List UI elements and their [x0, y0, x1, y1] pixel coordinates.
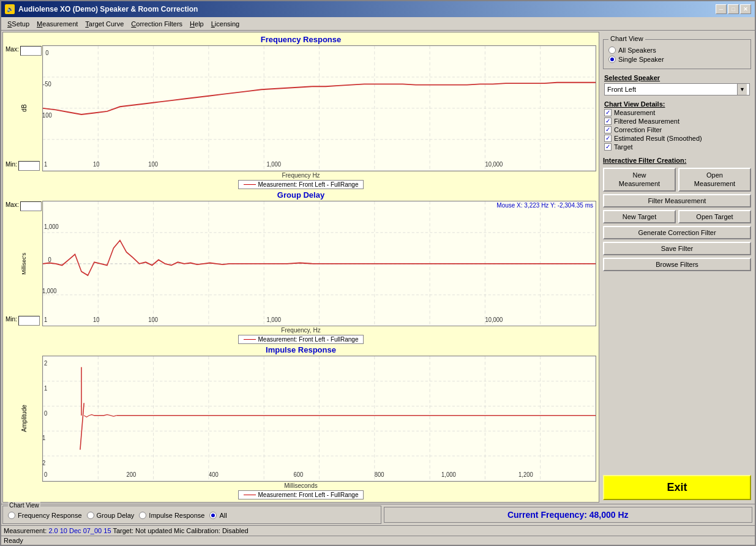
freq-min-input[interactable]	[18, 161, 40, 171]
bottom-radio-gd-row: Group Delay	[87, 512, 135, 519]
speaker-dropdown[interactable]: Front Left ▼	[604, 83, 750, 95]
ir-x-label: Milliseconds	[6, 482, 596, 489]
group-delay-chart: 1,000 0 -1,000 1 10 100 1,000 10,000	[42, 201, 596, 327]
bottom-radio-freq-row: Frequency Response	[8, 512, 82, 519]
freq-y-label: dB	[6, 56, 42, 160]
filter-measurement-button[interactable]: Filter Measurement	[603, 194, 751, 208]
svg-text:1,200: 1,200	[518, 471, 533, 479]
freq-max-input[interactable]	[20, 46, 42, 56]
bottom-radio-all-label: All	[219, 512, 226, 519]
svg-text:10,000: 10,000	[485, 315, 503, 323]
svg-text:0: 0	[45, 48, 48, 56]
bottom-radio-gd[interactable]	[87, 512, 94, 519]
new-target-button[interactable]: New Target	[603, 210, 676, 223]
ready-bar: Ready	[1, 536, 755, 545]
close-button[interactable]: ✕	[740, 4, 751, 14]
radio-single-speaker-dot	[610, 58, 614, 61]
svg-text:100: 100	[148, 160, 158, 168]
radio-single-speaker[interactable]	[608, 56, 616, 63]
chart-view-group-title: Chart View	[608, 35, 645, 42]
svg-text:200: 200	[127, 471, 137, 479]
menu-target-curve[interactable]: Target Curve	[81, 19, 127, 29]
svg-text:0: 0	[48, 255, 51, 263]
maximize-button[interactable]: □	[728, 4, 739, 14]
gd-legend: Measurement: Front Left - FullRange	[238, 335, 364, 344]
cb-filtered-row: ✓ Filtered Measurement	[604, 118, 750, 125]
svg-text:600: 600	[294, 471, 304, 479]
cb-filtered-label: Filtered Measurement	[614, 118, 679, 125]
minimize-button[interactable]: ─	[716, 4, 727, 14]
bottom-chart-view-group: Chart View Frequency Response Group Dela…	[2, 506, 381, 524]
menu-help[interactable]: Help	[186, 19, 208, 29]
menu-licensing[interactable]: Licensing	[208, 19, 243, 29]
radio-all-speakers[interactable]	[608, 47, 616, 54]
charts-area: Frequency Response Max: dB Min:	[2, 32, 599, 503]
selected-speaker-title: Selected Speaker	[604, 74, 750, 81]
svg-text:-1: -1	[43, 434, 45, 442]
speaker-dropdown-value: Front Left	[607, 86, 636, 93]
open-target-button[interactable]: Open Target	[678, 210, 751, 223]
menu-measurement[interactable]: Measurement	[33, 19, 81, 29]
open-measurement-button[interactable]: Open Measurement	[678, 168, 751, 192]
bottom-radio-gd-label: Group Delay	[97, 512, 135, 519]
svg-text:1: 1	[44, 315, 47, 323]
new-open-target-row: New Target Open Target	[603, 210, 751, 223]
dropdown-arrow-icon[interactable]: ▼	[737, 84, 747, 95]
svg-text:1: 1	[44, 384, 47, 392]
svg-text:1: 1	[44, 160, 47, 168]
cb-target-row: ✓ Target	[604, 143, 750, 151]
generate-correction-filter-button[interactable]: Generate Correction Filter	[603, 226, 751, 239]
gd-min-input[interactable]	[18, 316, 40, 326]
svg-line-78	[80, 403, 84, 450]
cb-estimated[interactable]: ✓	[604, 135, 612, 142]
chart-view-details-title: Chart View Details:	[604, 100, 750, 108]
gd-max-input[interactable]	[20, 201, 42, 211]
chart-view-details-section: Chart View Details: ✓ Measurement ✓ Filt…	[603, 98, 751, 152]
menu-correction-filters[interactable]: Correction Filters	[127, 19, 186, 29]
status-text: Measurement:	[4, 527, 47, 534]
bottom-chart-view-label: Chart View	[8, 502, 40, 509]
impulse-response-chart: 2 1 0 -1 -2 0 200 400 600 800 1,000	[42, 356, 596, 482]
radio-all-speakers-row: All Speakers	[608, 47, 746, 54]
bottom-radio-all[interactable]	[209, 512, 217, 519]
bottom-radio-ir[interactable]	[139, 512, 146, 519]
title-bar-title: 🔊 Audiolense XO (Demo) Speaker & Room Co…	[5, 4, 198, 14]
impulse-response-title: Impulse Response	[6, 345, 596, 354]
freq-min-label: Min:	[6, 161, 17, 168]
cb-measurement[interactable]: ✓	[604, 109, 612, 116]
save-filter-button[interactable]: Save Filter	[603, 242, 751, 255]
gd-x-label: Frequency, Hz	[6, 327, 596, 334]
cb-target[interactable]: ✓	[604, 143, 612, 151]
freq-max-area: Max:	[6, 46, 42, 56]
freq-x-label: Frequency Hz	[6, 172, 596, 179]
freq-min-area: Min:	[6, 161, 42, 171]
svg-text:-1,000: -1,000	[43, 286, 57, 294]
browse-filters-button[interactable]: Browse Filters	[603, 258, 751, 271]
cb-correction[interactable]: ✓	[604, 126, 612, 133]
menu-setup[interactable]: SSetup	[4, 19, 33, 29]
ir-footer: Measurement: Front Left - FullRange	[6, 490, 596, 499]
freq-legend-text: Measurement: Front Left - FullRange	[258, 181, 359, 188]
bottom-section: Chart View Frequency Response Group Dela…	[2, 506, 754, 524]
cb-measurement-label: Measurement	[614, 109, 655, 116]
cb-filtered[interactable]: ✓	[604, 118, 612, 125]
bottom-radio-all-row: All	[209, 512, 226, 519]
svg-text:1,000: 1,000	[44, 222, 59, 230]
svg-text:10: 10	[93, 315, 100, 323]
cb-estimated-row: ✓ Estimated Result (Smoothed)	[604, 135, 750, 142]
cb-correction-row: ✓ Correction Filter	[604, 126, 750, 133]
svg-text:100: 100	[148, 315, 158, 323]
ready-text: Ready	[4, 537, 23, 544]
app-icon: 🔊	[5, 4, 15, 14]
current-frequency-text: Current Frequency: 48,000 Hz	[507, 510, 629, 520]
bottom-radio-freq[interactable]	[8, 512, 15, 519]
exit-button[interactable]: Exit	[603, 475, 751, 500]
gd-max-area: Max:	[6, 201, 42, 211]
cb-correction-label: Correction Filter	[614, 126, 662, 133]
main-content: Frequency Response Max: dB Min:	[1, 31, 755, 504]
new-measurement-button[interactable]: New Measurement	[603, 168, 676, 192]
svg-text:-50: -50	[43, 80, 51, 88]
svg-text:-100: -100	[43, 111, 52, 119]
selected-speaker-section: Selected Speaker Front Left ▼	[603, 72, 751, 95]
svg-text:800: 800	[375, 471, 384, 479]
